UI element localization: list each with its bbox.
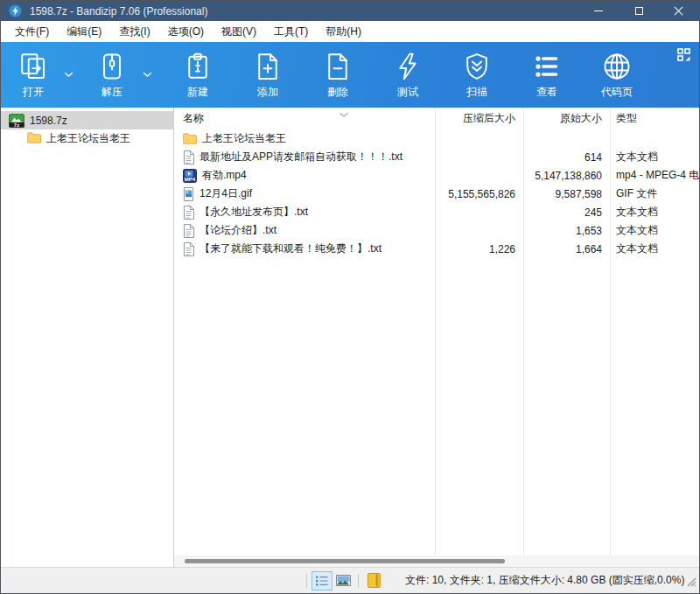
new-archive-label: 新建 bbox=[187, 85, 208, 100]
file-original-size: 1,664 bbox=[523, 243, 610, 255]
file-type: mp4 - MPEG-4 电影 bbox=[610, 168, 699, 183]
main-area: 7z 1598.7z 上老王论坛当老王 名称 压缩后大小 原始大小 类型 bbox=[1, 108, 699, 567]
thumbnail-view-icon bbox=[336, 575, 351, 586]
scrollbar-thumb[interactable] bbox=[185, 559, 505, 563]
open-dropdown-chevron[interactable] bbox=[58, 50, 79, 99]
file-original-size: 1,653 bbox=[523, 225, 610, 237]
test-icon bbox=[392, 50, 424, 83]
file-row[interactable]: 12月4日.gif 5,155,565,826 9,587,598 GIF 文件 bbox=[174, 185, 699, 203]
file-original-size: 9,587,598 bbox=[523, 188, 610, 200]
scan-icon bbox=[461, 50, 493, 83]
list-header: 名称 压缩后大小 原始大小 类型 bbox=[174, 108, 699, 129]
codepage-icon bbox=[601, 50, 633, 83]
column-separator[interactable] bbox=[435, 108, 436, 567]
horizontal-scrollbar[interactable] bbox=[174, 556, 699, 567]
file-type: 文本文档 bbox=[610, 223, 699, 238]
file-row[interactable]: 【永久地址发布页】.txt 245 文本文档 bbox=[174, 203, 699, 221]
test-button[interactable]: 测试 bbox=[380, 50, 436, 100]
menu-item-file[interactable]: 文件(F) bbox=[6, 21, 58, 43]
menu-item-options[interactable]: 选项(O) bbox=[159, 21, 213, 43]
file-type: 文本文档 bbox=[610, 150, 699, 164]
statusbar: 文件: 10, 文件夹: 1, 压缩文件大小: 4.80 GB (固实压缩,0.… bbox=[1, 567, 699, 593]
menu-item-help[interactable]: 帮助(H) bbox=[317, 21, 370, 43]
status-text: 文件: 10, 文件夹: 1, 压缩文件大小: 4.80 GB (固实压缩,0.… bbox=[405, 573, 684, 588]
file-row[interactable]: 上老王论坛当老王 bbox=[174, 129, 699, 148]
file-name: 【来了就能下载和观看！纯免费！】.txt bbox=[200, 241, 382, 256]
file-compressed-size: 1,226 bbox=[435, 243, 523, 255]
maximize-icon bbox=[635, 7, 643, 15]
titlebar: 1598.7z - Bandizip 7.06 (Professional) bbox=[1, 1, 699, 21]
txt-file-icon bbox=[183, 206, 194, 220]
bandizip-logo-icon bbox=[9, 4, 22, 17]
menu-item-find[interactable]: 查找(I) bbox=[110, 21, 158, 43]
new-archive-button[interactable]: 新建 bbox=[170, 50, 226, 100]
separator bbox=[358, 574, 359, 588]
file-row[interactable]: 最新地址及APP请发邮箱自动获取！！！.txt 614 文本文档 bbox=[174, 148, 699, 166]
file-name: 上老王论坛当老王 bbox=[202, 131, 286, 146]
file-original-size: 5,147,138,860 bbox=[523, 170, 610, 182]
minimize-button[interactable] bbox=[578, 1, 619, 21]
txt-file-icon bbox=[183, 242, 194, 256]
tree-item-archive-root[interactable]: 7z 1598.7z bbox=[1, 111, 173, 129]
codepage-button[interactable]: 代码页 bbox=[585, 50, 648, 100]
separator bbox=[306, 574, 307, 588]
extract-icon bbox=[96, 50, 128, 83]
file-original-size: 614 bbox=[523, 151, 610, 164]
delete-icon bbox=[322, 50, 354, 83]
column-header-type[interactable]: 类型 bbox=[610, 111, 699, 126]
file-compressed-size: 5,155,565,826 bbox=[435, 188, 523, 200]
add-icon bbox=[252, 50, 284, 83]
thumbnail-view-button[interactable] bbox=[332, 571, 354, 591]
file-type: 文本文档 bbox=[610, 241, 699, 256]
menubar: 文件(F) 编辑(E) 查找(I) 选项(O) 视图(V) 工具(T) 帮助(H… bbox=[1, 21, 699, 42]
txt-file-icon bbox=[183, 150, 194, 164]
delete-label: 删除 bbox=[327, 85, 348, 100]
column-separator[interactable] bbox=[523, 108, 524, 567]
details-view-icon bbox=[315, 575, 329, 587]
statusbar-view-buttons bbox=[302, 571, 384, 591]
folder-icon bbox=[183, 133, 197, 144]
minimize-icon bbox=[594, 10, 603, 11]
column-header-name[interactable]: 名称 bbox=[174, 111, 435, 126]
delete-button[interactable]: 删除 bbox=[310, 50, 366, 100]
file-name: 【永久地址发布页】.txt bbox=[200, 205, 308, 220]
mp4-badge: MP4 bbox=[183, 177, 197, 182]
extract-label: 解压 bbox=[102, 85, 122, 100]
open-folder-button[interactable] bbox=[363, 571, 384, 591]
maximize-button[interactable] bbox=[619, 1, 659, 21]
menu-item-edit[interactable]: 编辑(E) bbox=[58, 21, 110, 43]
archive-tree-panel: 7z 1598.7z 上老王论坛当老王 bbox=[1, 108, 174, 567]
view-icon bbox=[531, 50, 563, 83]
file-list-panel: 名称 压缩后大小 原始大小 类型 上老王论坛当老王 最新地址及APP请发邮箱自动… bbox=[174, 108, 699, 567]
resize-grip[interactable] bbox=[685, 575, 696, 591]
add-label: 添加 bbox=[257, 85, 278, 100]
toolbar: 打开 解压 新建 添加 bbox=[1, 42, 699, 108]
extract-button[interactable]: 解压 bbox=[88, 50, 136, 100]
extract-dropdown-chevron[interactable] bbox=[136, 50, 158, 99]
file-type: 文本文档 bbox=[610, 205, 699, 220]
add-button[interactable]: 添加 bbox=[240, 50, 296, 100]
column-header-original[interactable]: 原始大小 bbox=[523, 111, 610, 126]
open-button[interactable]: 打开 bbox=[9, 50, 58, 100]
tree-item-label: 1598.7z bbox=[30, 115, 67, 127]
details-view-button[interactable] bbox=[312, 571, 332, 591]
file-row[interactable]: MP4有劲.mp4 5,147,138,860 mp4 - MPEG-4 电影 bbox=[174, 166, 699, 185]
archive-7z-icon: 7z bbox=[9, 114, 24, 128]
column-header-compressed[interactable]: 压缩后大小 bbox=[435, 111, 523, 126]
bandizip-window: 1598.7z - Bandizip 7.06 (Professional) 文… bbox=[0, 0, 700, 594]
scan-button[interactable]: 扫描 bbox=[449, 50, 505, 100]
view-button[interactable]: 查看 bbox=[519, 50, 575, 100]
scan-label: 扫描 bbox=[466, 85, 487, 100]
menu-item-tools[interactable]: 工具(T) bbox=[265, 21, 317, 43]
column-separator[interactable] bbox=[610, 108, 611, 567]
layout-toggle-icon[interactable] bbox=[677, 48, 691, 62]
sort-indicator-icon bbox=[339, 108, 349, 121]
file-row[interactable]: 【论坛介绍】.txt 1,653 文本文档 bbox=[174, 221, 699, 240]
archive-book-icon bbox=[368, 573, 381, 588]
close-button[interactable] bbox=[659, 1, 699, 21]
file-row[interactable]: 【来了就能下载和观看！纯免费！】.txt 1,226 1,664 文本文档 bbox=[174, 240, 699, 258]
menu-item-view[interactable]: 视图(V) bbox=[213, 21, 265, 43]
tree-item-label: 上老王论坛当老王 bbox=[46, 131, 130, 146]
tree-item-folder[interactable]: 上老王论坛当老王 bbox=[1, 129, 173, 148]
folder-icon bbox=[27, 132, 41, 146]
